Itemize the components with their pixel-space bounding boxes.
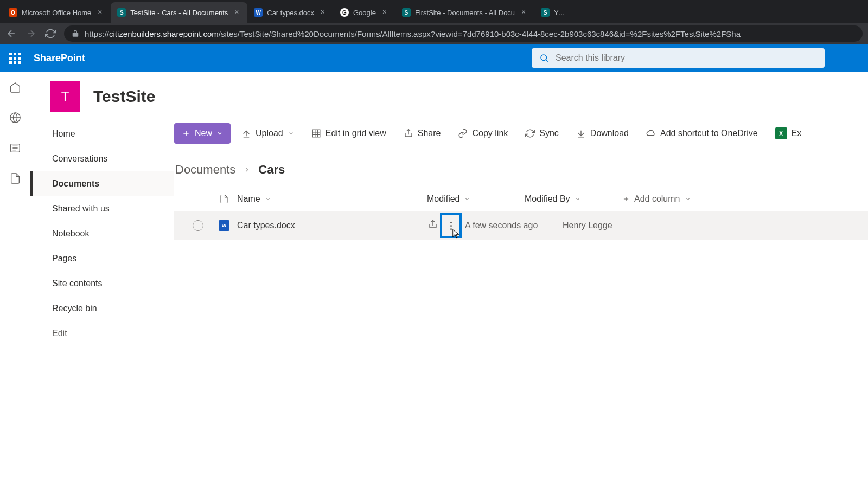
app-rail [0, 72, 30, 488]
row-select[interactable] [185, 220, 211, 231]
nav-recycle-bin[interactable]: Recycle bin [30, 296, 174, 321]
onedrive-icon [646, 129, 656, 138]
site-title[interactable]: TestSite [93, 87, 155, 106]
command-bar: New Upload Edit in grid view Shar [174, 118, 868, 149]
google-icon: G [340, 8, 349, 17]
app-launcher-icon[interactable] [5, 49, 24, 67]
column-modified[interactable]: Modified [427, 194, 525, 204]
nav-documents[interactable]: Documents [30, 171, 174, 196]
news-icon[interactable] [9, 142, 21, 156]
document-list: Name Modified Modified By [174, 187, 868, 240]
back-button[interactable] [5, 28, 17, 40]
chevron-down-icon [288, 130, 294, 137]
radio-icon [193, 220, 203, 231]
excel-icon: X [775, 127, 787, 139]
office-icon: O [9, 8, 17, 17]
export-excel-button[interactable]: X Ex [769, 123, 808, 144]
browser-tab[interactable]: S FirstSite - Documents - All Docu × [395, 2, 534, 23]
reload-button[interactable] [44, 28, 56, 40]
edit-grid-button[interactable]: Edit in grid view [305, 123, 393, 144]
modified-by-cell[interactable]: Henry Legge [563, 221, 660, 230]
browser-tab[interactable]: W Car types.docx × [247, 2, 334, 23]
tab-title: Your [554, 9, 566, 17]
modified-cell: A few seconds ago [465, 221, 563, 230]
suite-header: SharePoint [0, 44, 868, 72]
sharepoint-icon: S [541, 8, 550, 17]
breadcrumb-current: Cars [258, 163, 285, 177]
close-icon[interactable]: × [519, 8, 528, 17]
download-button[interactable]: Download [570, 123, 635, 144]
svg-point-0 [541, 55, 547, 61]
tab-title: TestSite - Cars - All Documents [130, 9, 228, 17]
close-icon[interactable]: × [232, 8, 241, 17]
share-button[interactable]: Share [397, 123, 448, 144]
file-type-column-icon[interactable] [211, 194, 237, 204]
copy-link-button[interactable]: Copy link [451, 123, 514, 144]
url-text: https://citizenbuilders.sharepoint.com/s… [85, 29, 741, 38]
forward-button[interactable] [25, 28, 37, 40]
sync-icon [525, 129, 535, 138]
tab-title: FirstSite - Documents - All Docu [415, 9, 515, 17]
file-name-cell[interactable]: Car types.docx [237, 221, 427, 230]
chevron-right-icon [243, 163, 251, 177]
globe-icon[interactable] [9, 112, 21, 126]
file-icon-cell: W [211, 220, 237, 231]
chevron-down-icon [464, 196, 470, 202]
nav-conversations[interactable]: Conversations [30, 146, 174, 171]
sharepoint-icon: S [402, 8, 411, 17]
address-bar[interactable]: https://citizenbuilders.sharepoint.com/s… [64, 25, 863, 42]
close-icon[interactable]: × [380, 8, 389, 17]
lock-icon [72, 30, 79, 37]
browser-tab[interactable]: S TestSite - Cars - All Documents × [111, 2, 247, 23]
chevron-down-icon [575, 196, 581, 202]
nav-home[interactable]: Home [30, 121, 174, 146]
chevron-down-icon [685, 196, 691, 202]
search-input[interactable] [556, 53, 817, 63]
word-icon: W [254, 8, 263, 17]
upload-button[interactable]: Upload [235, 123, 301, 144]
brand-label[interactable]: SharePoint [34, 53, 85, 64]
close-icon[interactable]: × [318, 8, 327, 17]
sharepoint-icon: S [117, 8, 126, 17]
sync-button[interactable]: Sync [519, 123, 565, 144]
more-actions-button[interactable] [440, 213, 462, 238]
plus-icon [182, 129, 190, 138]
new-button[interactable]: New [174, 123, 231, 144]
tab-title: Microsoft Office Home [22, 9, 91, 17]
nav-shared-with-us[interactable]: Shared with us [30, 196, 174, 221]
word-icon: W [219, 220, 229, 231]
nav-site-contents[interactable]: Site contents [30, 271, 174, 296]
share-row-icon[interactable] [428, 220, 438, 232]
cursor-icon [451, 228, 462, 239]
search-box[interactable] [532, 48, 825, 68]
nav-edit[interactable]: Edit [30, 321, 174, 346]
new-label: New [195, 129, 212, 138]
download-icon [576, 129, 586, 138]
close-icon[interactable]: × [95, 8, 104, 17]
plus-icon [622, 195, 630, 203]
list-header: Name Modified Modified By [174, 187, 868, 211]
breadcrumb: Documents Cars [174, 149, 868, 187]
browser-tab[interactable]: S Your [534, 2, 572, 23]
add-shortcut-button[interactable]: Add shortcut to OneDrive [640, 123, 764, 144]
site-header: T TestSite [30, 72, 868, 118]
breadcrumb-root[interactable]: Documents [175, 163, 235, 177]
left-navigation: Home Conversations Documents Shared with… [30, 118, 174, 488]
browser-tab[interactable]: G Google × [334, 2, 395, 23]
column-modified-by[interactable]: Modified By [525, 194, 622, 204]
files-icon[interactable] [9, 172, 21, 187]
nav-pages[interactable]: Pages [30, 246, 174, 271]
upload-icon [241, 129, 251, 138]
svg-rect-3 [312, 130, 320, 137]
chevron-down-icon [265, 196, 271, 202]
nav-notebook[interactable]: Notebook [30, 221, 174, 246]
tab-title: Car types.docx [267, 9, 314, 17]
list-row[interactable]: W Car types.docx [174, 211, 868, 240]
site-logo[interactable]: T [50, 81, 80, 112]
browser-tab[interactable]: O Microsoft Office Home × [2, 2, 111, 23]
column-name[interactable]: Name [237, 194, 427, 204]
add-column-button[interactable]: Add column [622, 194, 691, 204]
share-icon [404, 129, 413, 138]
home-icon[interactable] [9, 81, 21, 95]
tab-title: Google [353, 9, 376, 17]
